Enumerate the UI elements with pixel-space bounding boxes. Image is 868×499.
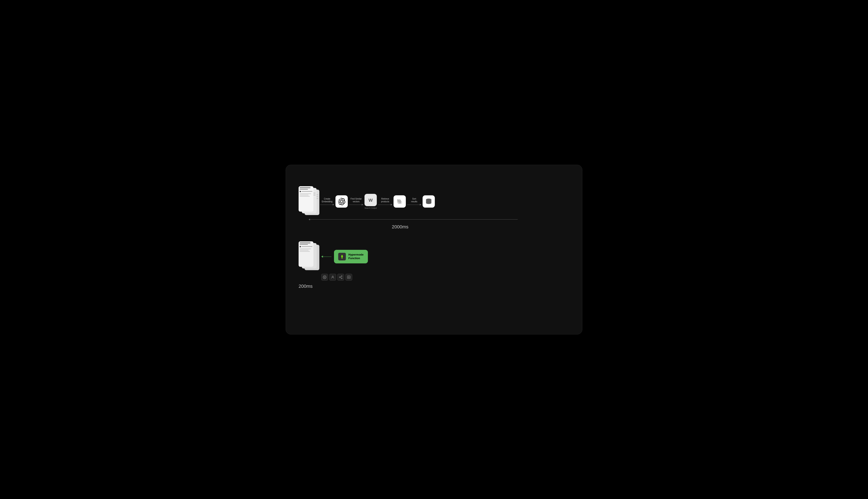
svg-point-10 bbox=[426, 202, 431, 204]
hypermode-title: Hypermode bbox=[348, 253, 364, 257]
svg-point-20 bbox=[348, 277, 350, 278]
find-similar-label: Find Similar vectors bbox=[351, 197, 362, 203]
svg-text:🐘: 🐘 bbox=[397, 199, 403, 205]
phone-mockup-bottom bbox=[299, 241, 319, 272]
svg-text:W: W bbox=[368, 198, 373, 203]
svg-point-12 bbox=[324, 277, 325, 278]
weaviate-label: Search Output bbox=[365, 207, 377, 209]
weaviate-icon-wrapper: W Search Output bbox=[365, 194, 377, 209]
svg-point-15 bbox=[339, 277, 340, 278]
database-icon bbox=[423, 195, 435, 208]
hypermode-function-box: Hypermode Function bbox=[334, 250, 368, 264]
phone-mockup-top bbox=[299, 186, 319, 217]
weaviate-icon: W bbox=[365, 194, 377, 206]
retrieve-label: Retrieve products bbox=[381, 197, 389, 203]
main-container: Create Embedding Find Similar vectors bbox=[286, 165, 582, 334]
openai-icon-wrapper bbox=[336, 195, 348, 208]
svg-line-17 bbox=[340, 277, 341, 278]
bottom-flow-row: Hypermode Function bbox=[299, 241, 368, 272]
person-mini-icon bbox=[329, 274, 336, 281]
gear-mini-icon bbox=[321, 274, 328, 281]
return-arrow-row bbox=[299, 219, 519, 220]
top-timing-label: 2000ms bbox=[392, 224, 408, 230]
bottom-timing-label: 200ms bbox=[299, 283, 313, 289]
settings-mini-icon bbox=[345, 274, 352, 281]
create-embedding-label: Create Embedding bbox=[322, 197, 332, 203]
svg-point-16 bbox=[341, 278, 342, 279]
share-mini-icon bbox=[337, 274, 344, 281]
hypermode-subtitle: Function bbox=[348, 257, 364, 260]
svg-line-18 bbox=[340, 276, 341, 277]
openai-icon bbox=[336, 195, 348, 208]
sort-label: Sort results bbox=[411, 197, 417, 203]
arrow-sort: Sort results bbox=[407, 197, 421, 206]
svg-marker-11 bbox=[341, 255, 343, 258]
mini-icons-row bbox=[321, 274, 352, 281]
svg-point-14 bbox=[341, 276, 342, 277]
arrow-retrieve: Retrieve products bbox=[378, 197, 392, 206]
svg-point-13 bbox=[332, 276, 334, 277]
hypermode-icon bbox=[338, 253, 346, 260]
green-arrow bbox=[321, 256, 331, 258]
bottom-diagram: Hypermode Function bbox=[299, 241, 368, 289]
database-icon-wrapper bbox=[423, 195, 435, 208]
arrow-find-similar: Find Similar vectors bbox=[349, 197, 363, 206]
postgres-icon-wrapper: 🐘 bbox=[393, 195, 406, 208]
arrow-create-embedding: Create Embedding bbox=[320, 197, 334, 206]
top-diagram: Create Embedding Find Similar vectors bbox=[299, 186, 569, 230]
postgres-icon: 🐘 bbox=[393, 195, 406, 208]
